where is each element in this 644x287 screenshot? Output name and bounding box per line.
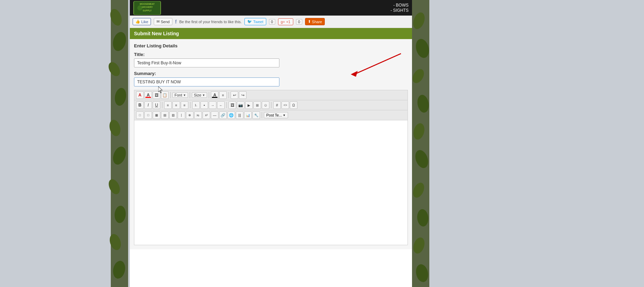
camera-button[interactable]: 📷: [237, 101, 244, 109]
superscript-button[interactable]: x²: [203, 111, 210, 119]
chart-button[interactable]: |||: [236, 111, 243, 119]
chevron-down-icon: ▼: [183, 94, 186, 97]
link-button[interactable]: 🔗: [219, 111, 227, 119]
format-text-btn[interactable]: A: [136, 91, 144, 99]
media-button[interactable]: ▶: [245, 101, 253, 109]
barcode-button[interactable]: 📊: [244, 111, 252, 119]
toolbar-separator-7: [226, 102, 227, 108]
toolbar-row-1: A A 🖼 📋 Font ▼: [134, 90, 408, 100]
code-button[interactable]: <>: [281, 101, 289, 109]
tb3-btn6[interactable]: |: [178, 111, 185, 119]
chevron-down-icon-2: ▼: [202, 94, 205, 97]
image2-icon: 🖼: [231, 103, 234, 107]
paste-btn[interactable]: 📋: [161, 91, 169, 99]
title-label: Title:: [134, 52, 408, 57]
tb3-icon7: ⊕: [188, 113, 191, 117]
gplus-icon: g+: [281, 20, 285, 24]
redo-btn[interactable]: ↪: [239, 91, 247, 99]
social-bar: 👍 Like ✉ Send f Be the first of your fri…: [130, 16, 412, 28]
svg-text:ARCHERY: ARCHERY: [142, 6, 153, 8]
twitter-icon: 🐦: [247, 19, 252, 24]
tb3-btn3[interactable]: ▦: [153, 111, 160, 119]
image-insert-btn[interactable]: 🖼: [153, 91, 160, 99]
share-icon: ⬆: [308, 19, 311, 24]
outdent-button[interactable]: ←: [217, 101, 225, 109]
align-left-button[interactable]: ≡: [164, 101, 172, 109]
summary-label: Summary:: [134, 71, 408, 76]
format-a-icon: A: [138, 93, 142, 98]
submit-bar: Submit New Listing: [130, 28, 412, 39]
indent-icon: →: [211, 103, 214, 107]
undo-icon: ↩: [233, 93, 236, 98]
editor-content-area[interactable]: [134, 120, 408, 245]
summary-input[interactable]: [134, 77, 279, 86]
tb3-btn5[interactable]: ▥: [169, 111, 177, 119]
toolbar-separator-3: [209, 92, 209, 98]
align-right-icon: ≡: [184, 103, 186, 107]
special-chars-button[interactable]: Ω: [290, 101, 297, 109]
underline-button[interactable]: U: [153, 101, 160, 109]
tweet-count: 0: [269, 19, 275, 25]
underline-icon: U: [155, 103, 158, 108]
bold-button[interactable]: B: [136, 101, 144, 109]
font-dropdown[interactable]: Font ▼: [172, 92, 188, 98]
align-right-button[interactable]: ≡: [181, 101, 188, 109]
tb3-btn4[interactable]: ▤: [161, 111, 169, 119]
svg-text:SUPPLY: SUPPLY: [143, 9, 152, 11]
gplus-button[interactable]: g+ +1: [278, 18, 293, 25]
svg-rect-0: [0, 0, 128, 287]
thumbs-up-icon: 👍: [135, 19, 140, 24]
settings-button[interactable]: 🔧: [252, 111, 260, 119]
toolbar-separator-9: [262, 112, 262, 118]
hr-button[interactable]: —: [211, 111, 218, 119]
align-center-button[interactable]: ≡: [172, 101, 180, 109]
post-template-dropdown[interactable]: Post Te... ▼: [264, 112, 288, 118]
table-icon: ⊞: [256, 103, 259, 107]
vine-right-bg: [412, 0, 644, 287]
tb3-btn1[interactable]: □: [136, 111, 144, 119]
hr-icon: —: [213, 113, 216, 117]
title-input[interactable]: [134, 58, 279, 67]
tweet-button[interactable]: 🐦 Tweet: [244, 18, 266, 25]
tb3-icon6: |: [181, 113, 182, 117]
settings-icon: 🔧: [254, 113, 258, 117]
italic-button[interactable]: I: [144, 101, 152, 109]
section-title: Enter Listing Details: [134, 43, 408, 48]
nav-bows[interactable]: - BOWS: [391, 3, 409, 8]
camera-icon: 📷: [238, 103, 243, 108]
insert-image-button[interactable]: 🖼: [229, 101, 236, 109]
superscript-icon: x²: [205, 113, 208, 117]
anchor-button[interactable]: #: [273, 101, 281, 109]
highlight-btn[interactable]: ≡: [219, 91, 227, 99]
emoticon-button[interactable]: ☺: [262, 101, 269, 109]
unordered-list-button[interactable]: •: [200, 101, 208, 109]
toolbar-separator-6: [190, 102, 190, 108]
share-button[interactable]: ⬆ Share: [305, 18, 325, 25]
size-dropdown[interactable]: Size ▼: [192, 92, 207, 98]
special-chars-icon: Ω: [292, 103, 295, 107]
nav-sights[interactable]: - SIGHTS: [391, 8, 409, 13]
header-bar: MOOSEMEAT ARCHERY SUPPLY - BOWS - SIGHTS: [130, 0, 412, 16]
toolbar-row-2: B I U ≡ ≡ ≡: [134, 100, 408, 110]
friends-text: Be the first of your friends to like thi…: [179, 20, 242, 24]
tb3-btn7[interactable]: ⊕: [186, 111, 194, 119]
chart-icon: |||: [238, 113, 241, 117]
tb3-btn2[interactable]: □: [144, 111, 152, 119]
redo-icon: ↪: [241, 93, 244, 98]
ordered-list-button[interactable]: 1.: [192, 101, 200, 109]
toolbar-separator-5: [162, 102, 162, 108]
nav-links: - BOWS - SIGHTS: [391, 2, 409, 13]
send-button[interactable]: ✉ Send: [154, 18, 172, 25]
subscript-button[interactable]: x₂: [194, 111, 202, 119]
undo-btn[interactable]: ↩: [231, 91, 238, 99]
font-color-btn[interactable]: A: [144, 91, 152, 99]
tb3-icon1: □: [139, 113, 141, 117]
code-icon: <>: [284, 103, 287, 107]
indent-button[interactable]: →: [209, 101, 216, 109]
like-button[interactable]: 👍 Like: [133, 18, 151, 25]
globe-button[interactable]: 🌐: [227, 111, 235, 119]
chevron-down-icon-3: ▼: [283, 114, 286, 117]
text-color-btn[interactable]: A: [211, 91, 218, 99]
table-button[interactable]: ⊞: [253, 101, 261, 109]
vine-left-bg: [0, 0, 128, 287]
